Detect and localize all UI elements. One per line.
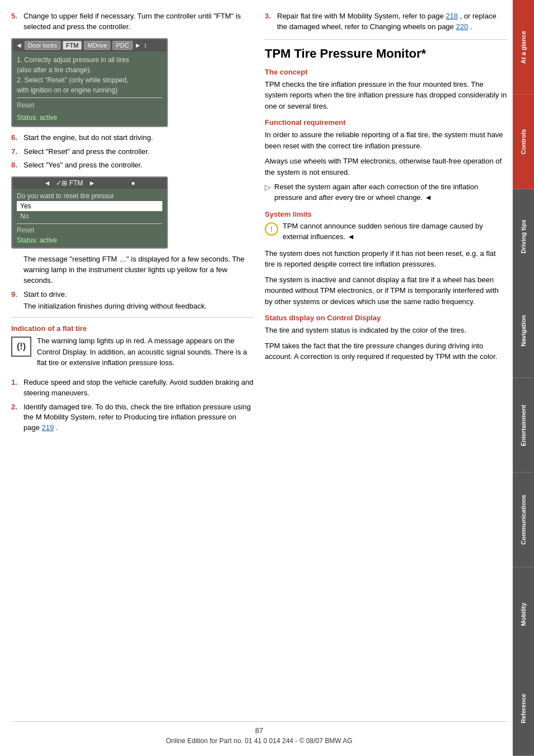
cd1-ftm[interactable]: FTM: [63, 41, 82, 50]
repair-link-220[interactable]: 220: [456, 22, 468, 31]
control-display-1: ◄ Door locks FTM MDrive PDC ► ↕ 1. Corre…: [11, 38, 168, 127]
step-7-number: 7.: [11, 147, 20, 157]
functional-heading: Functional requirement: [265, 118, 507, 127]
at-glance-label: At a glance: [520, 31, 527, 64]
reference-label: Reference: [520, 694, 527, 724]
note1-box: ▷ Reset the system again after each corr…: [265, 182, 507, 203]
cd2-back[interactable]: ◄: [44, 179, 50, 187]
step-8: 8. Select "Yes" and press the controller…: [11, 160, 254, 171]
cd2-question: Do you want to reset tire pressur: [17, 192, 162, 200]
cd2-status: Status: active: [17, 236, 162, 244]
cd1-body: 1. Correctly adjust pressure in all tire…: [12, 52, 167, 126]
sidebar-tab-communications[interactable]: Communications: [513, 473, 534, 567]
driving-label: Driving tips: [520, 220, 527, 254]
cd2-header: ◄ ✓⊞ FTM ► ●: [12, 178, 167, 189]
step-7: 7. Select "Reset" and press the controll…: [11, 147, 254, 157]
sidebar-tab-reference[interactable]: Reference: [513, 661, 534, 756]
cd2-dot: ●: [131, 179, 135, 187]
system-limits-text1: The system does not function properly if…: [265, 248, 507, 270]
cd1-mdrive[interactable]: MDrive: [84, 41, 110, 50]
system-limits-arrow: ◄: [348, 232, 355, 241]
cd2-fwd[interactable]: ►: [88, 179, 95, 187]
sidebar-tab-driving[interactable]: Driving tips: [513, 189, 534, 284]
note1-text: Reset the system again after each correc…: [274, 182, 507, 203]
cd1-door-locks[interactable]: Door locks: [25, 41, 60, 50]
step-9: 9. Start to drive. The initialization fi…: [11, 290, 254, 312]
concept-heading: The concept: [265, 68, 507, 76]
warning-triangle-icon: !: [265, 222, 278, 236]
system-limits-warning-box: ! TPM cannot announce sudden serious tir…: [265, 221, 507, 242]
note1-arrow: ▷: [265, 183, 271, 203]
controls-label: Controls: [520, 129, 527, 155]
cd1-instruction: 1. Correctly adjust pressure in all tire…: [17, 55, 162, 95]
repair-link-218[interactable]: 218: [446, 12, 458, 20]
reduce-step-text: Reduce speed and stop the vehicle carefu…: [24, 377, 254, 399]
sidebar-tab-entertainment[interactable]: Entertainment: [513, 378, 534, 473]
step-6: 6. Start the engine, but do not start dr…: [11, 133, 254, 143]
cd2-title: ✓⊞ FTM: [56, 179, 83, 187]
warning-icon: (!): [11, 337, 31, 357]
step-8-text: Select "Yes" and press the controller.: [24, 160, 143, 171]
status-display-text1: The tire and system status is indicated …: [265, 325, 507, 336]
identify-step: 2. Identify damaged tire. To do this, ch…: [11, 402, 254, 434]
cd1-up-arrow[interactable]: ↕: [143, 41, 147, 49]
step-6-text: Start the engine, but do not start drivi…: [24, 133, 153, 143]
footer-text: Online Edition for Part no. 01 41 0 014 …: [11, 737, 507, 745]
cd2-yes-option[interactable]: Yes: [17, 201, 162, 211]
system-limits-heading: System limits: [265, 210, 507, 218]
indication-text: The warning lamp lights up in red. A mes…: [37, 335, 254, 368]
footer: 87 Online Edition for Part no. 01 41 0 0…: [11, 721, 507, 745]
entertainment-label: Entertainment: [520, 404, 527, 446]
step-9-number: 9.: [11, 290, 20, 312]
step-5: 5. Change to upper field if necessary. T…: [11, 11, 254, 32]
cd1-reset-label: Reset: [17, 100, 162, 110]
functional-text2: Always use wheels with TPM electronics, …: [265, 156, 507, 178]
cd1-back-arrow[interactable]: ◄: [16, 41, 22, 49]
note1-end-arrow: ◄: [425, 193, 432, 202]
left-column: 5. Change to upper field if necessary. T…: [11, 11, 254, 710]
system-limits-warning-text: TPM cannot announce sudden serious tire …: [283, 221, 507, 242]
flat-tire-warning-box: (!) The warning lamp lights up in red. A…: [11, 335, 254, 373]
status-display-heading: Status display on Control Display: [265, 314, 507, 322]
warning-icon-symbol: (!): [17, 342, 26, 352]
control-display-2: ◄ ✓⊞ FTM ► ● Do you want to reset tire p…: [11, 176, 168, 249]
sidebar: At a glance Controls Driving tips Naviga…: [513, 0, 534, 756]
indication-heading: Indication of a flat tire: [11, 324, 254, 333]
mobility-label: Mobility: [520, 603, 527, 626]
cd2-body: Do you want to reset tire pressur Yes No…: [12, 189, 167, 248]
section-title: TPM Tire Pressure Monitor*: [265, 46, 507, 61]
right-column: 3. Repair flat tire with M Mobility Syst…: [265, 11, 507, 710]
reset-message: The message "resetting FTM …" is display…: [24, 254, 254, 286]
step-5-text: Change to upper field if necessary. Turn…: [24, 11, 254, 32]
repair-step-3: 3. Repair flat tire with M Mobility Syst…: [265, 11, 507, 32]
repair-step-3-num: 3.: [265, 11, 274, 32]
sidebar-tab-navigation[interactable]: Navigation: [513, 283, 534, 378]
step-6-number: 6.: [11, 133, 20, 143]
cd1-status: Status: active: [17, 113, 162, 123]
sidebar-tab-at-glance[interactable]: At a glance: [513, 0, 534, 95]
sidebar-tab-controls[interactable]: Controls: [513, 95, 534, 189]
concept-text: TPM checks the tire inflation pressure i…: [265, 79, 507, 112]
sidebar-tab-mobility[interactable]: Mobility: [513, 567, 534, 662]
system-limits-text2: The system is inactive and cannot displa…: [265, 274, 507, 307]
repair-step-3-text: Repair flat tire with M Mobility System,…: [277, 11, 507, 32]
identify-step-num: 2.: [11, 402, 20, 434]
cd1-forward-arrow[interactable]: ►: [135, 41, 142, 49]
step-7-text: Select "Reset" and press the controller.: [24, 147, 149, 157]
cd2-no-option[interactable]: No: [17, 211, 162, 221]
page-number: 87: [11, 726, 507, 735]
communications-label: Communications: [520, 495, 527, 545]
step-9-subtext: The initialization finishes during drivi…: [24, 301, 207, 312]
reduce-step-num: 1.: [11, 377, 20, 399]
step-5-number: 5.: [11, 11, 20, 32]
reduce-step: 1. Reduce speed and stop the vehicle car…: [11, 377, 254, 399]
identify-link[interactable]: 219: [42, 423, 54, 432]
step-9-text: Start to drive.: [24, 290, 207, 300]
cd2-reset-label: Reset: [17, 226, 162, 234]
cd1-pdc[interactable]: PDC: [113, 41, 132, 50]
status-display-text2: TPM takes the fact that the tire pressur…: [265, 340, 507, 362]
navigation-label: Navigation: [520, 315, 527, 347]
identify-step-text: Identify damaged tire. To do this, check…: [24, 402, 254, 434]
step-8-number: 8.: [11, 160, 20, 171]
functional-text1: In order to assure the reliable reportin…: [265, 129, 507, 151]
